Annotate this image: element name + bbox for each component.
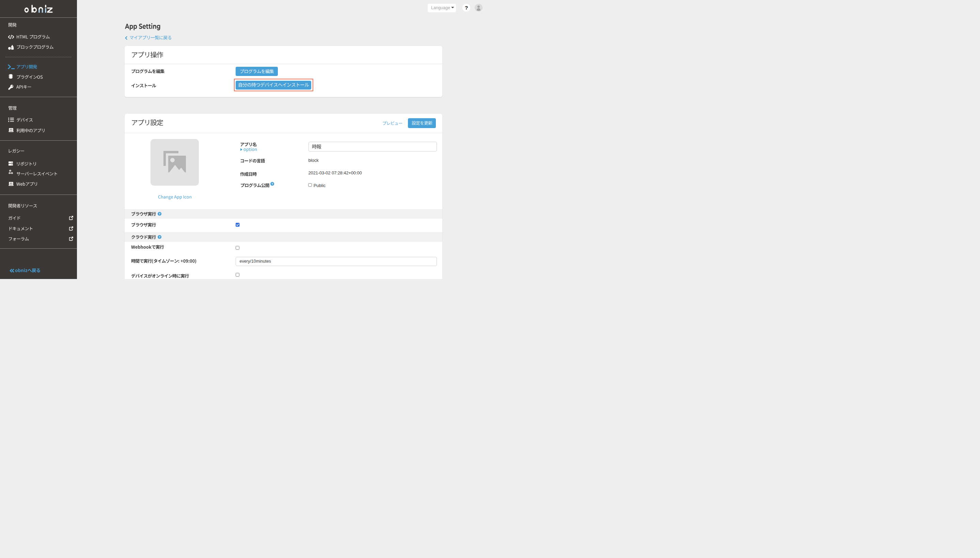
svg-text:?: ?	[159, 212, 160, 216]
svg-text:?: ?	[465, 5, 468, 11]
svg-text:?: ?	[159, 235, 160, 239]
svg-text:?: ?	[272, 182, 273, 185]
